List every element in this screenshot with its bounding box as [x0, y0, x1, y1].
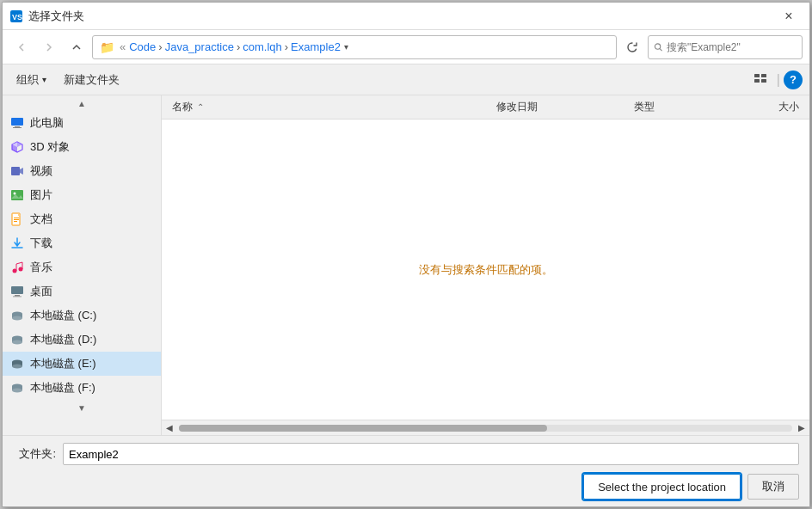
hscroll-left-button[interactable]: ◀: [162, 420, 177, 436]
computer-icon: [9, 115, 25, 131]
content-area: ▲ 此电脑 3D 对象 视频: [3, 95, 809, 435]
breadcrumb-bar: 📁 « Code › Java_practice › com.lqh › Exa…: [92, 35, 617, 59]
sidebar-item-video[interactable]: 视频: [3, 159, 161, 183]
breadcrumb-java[interactable]: Java_practice: [165, 40, 234, 53]
sidebar: ▲ 此电脑 3D 对象 视频: [3, 95, 162, 435]
e-drive-icon: [9, 356, 25, 371]
view-button[interactable]: [747, 69, 773, 91]
date-column-header[interactable]: 修改日期: [493, 100, 631, 114]
search-icon: [654, 42, 663, 52]
sidebar-item-3d[interactable]: 3D 对象: [3, 135, 161, 159]
svg-line-3: [660, 48, 662, 51]
name-column-header[interactable]: 名称 ⌃: [169, 100, 493, 114]
pictures-icon: [9, 187, 25, 203]
button-row: Select the project location 取消: [13, 474, 799, 500]
music-icon: [9, 260, 25, 275]
svg-point-41: [12, 389, 22, 393]
svg-rect-28: [15, 295, 20, 297]
sidebar-scroll-up[interactable]: ▲: [3, 95, 161, 111]
sidebar-item-computer[interactable]: 此电脑: [3, 111, 161, 135]
svg-rect-17: [11, 190, 23, 200]
sidebar-item-desktop[interactable]: 桌面: [3, 279, 161, 304]
documents-icon: [9, 212, 25, 227]
cancel-button[interactable]: 取消: [747, 474, 799, 500]
d-drive-icon: [9, 332, 25, 347]
sidebar-item-documents[interactable]: 文档: [3, 207, 161, 231]
file-header: 名称 ⌃ 修改日期 类型 大小: [162, 95, 809, 120]
file-list: 没有与搜索条件匹配的项。: [162, 120, 809, 420]
select-project-location-button[interactable]: Select the project location: [583, 474, 741, 500]
organize-dropdown-icon: ▾: [42, 75, 46, 84]
title-icon: VS: [9, 9, 23, 23]
file-area: 名称 ⌃ 修改日期 类型 大小 没有与搜索条件匹配的项。 ◀ ▶: [162, 95, 809, 435]
svg-rect-10: [13, 127, 22, 128]
horizontal-scrollbar[interactable]: ◀ ▶: [162, 420, 809, 435]
sidebar-item-c-drive[interactable]: 本地磁盘 (C:): [3, 304, 161, 328]
svg-point-35: [12, 340, 22, 345]
hscroll-thumb[interactable]: [179, 425, 547, 432]
sidebar-scroll-down[interactable]: ▼: [3, 400, 161, 415]
sidebar-item-downloads[interactable]: 下载: [3, 231, 161, 255]
c-drive-icon: [9, 308, 25, 323]
new-folder-button[interactable]: 新建文件夹: [57, 69, 126, 91]
search-box: [648, 35, 803, 59]
hscroll-track[interactable]: [179, 425, 792, 432]
size-column-header[interactable]: 大小: [734, 100, 803, 114]
desktop-icon: [9, 284, 25, 299]
sidebar-item-f-drive[interactable]: 本地磁盘 (F:): [3, 376, 161, 400]
sidebar-item-pictures[interactable]: 图片: [3, 183, 161, 207]
breadcrumb-comlqh[interactable]: com.lqh: [243, 40, 282, 53]
sidebar-item-d-drive[interactable]: 本地磁盘 (D:): [3, 328, 161, 352]
svg-rect-21: [14, 218, 19, 218]
svg-text:VS: VS: [12, 13, 22, 21]
folder-input[interactable]: [63, 443, 799, 465]
type-column-header[interactable]: 类型: [631, 100, 734, 114]
svg-rect-22: [14, 219, 19, 220]
back-button[interactable]: [9, 35, 34, 59]
dialog: VS 选择文件夹 × 📁 « Code › Java_practice › co…: [2, 2, 810, 507]
3d-icon: [9, 139, 25, 155]
svg-rect-15: [11, 167, 20, 175]
forward-button[interactable]: [37, 35, 61, 59]
svg-point-32: [12, 316, 22, 321]
view-icon: [754, 73, 767, 87]
svg-rect-23: [14, 221, 17, 222]
refresh-button[interactable]: [620, 35, 644, 59]
up-button[interactable]: [65, 35, 89, 59]
title-bar-text: 选择文件夹: [28, 9, 775, 24]
sort-indicator: ⌃: [197, 102, 204, 112]
breadcrumb-example2[interactable]: Example2: [291, 40, 341, 53]
toolbar: 组织 ▾ 新建文件夹 | ?: [3, 64, 809, 95]
svg-rect-8: [11, 118, 23, 126]
svg-rect-6: [754, 79, 760, 83]
close-button[interactable]: ×: [775, 3, 803, 30]
svg-point-38: [12, 365, 22, 369]
svg-rect-4: [754, 74, 760, 77]
video-icon: [9, 163, 25, 179]
search-input[interactable]: [667, 41, 797, 53]
sidebar-item-e-drive[interactable]: 本地磁盘 (E:): [3, 352, 161, 376]
breadcrumb-folder-icon: 📁: [100, 40, 114, 54]
nav-bar: 📁 « Code › Java_practice › com.lqh › Exa…: [3, 30, 809, 64]
sidebar-item-music[interactable]: 音乐: [3, 255, 161, 279]
organize-button[interactable]: 组织 ▾: [9, 69, 53, 91]
f-drive-icon: [9, 380, 25, 396]
svg-marker-16: [20, 168, 23, 175]
folder-row: 文件夹:: [13, 443, 799, 465]
title-bar: VS 选择文件夹 ×: [3, 3, 809, 30]
svg-rect-5: [761, 74, 766, 77]
empty-message: 没有与搜索条件匹配的项。: [419, 262, 553, 278]
svg-rect-29: [13, 297, 22, 297]
breadcrumb-code[interactable]: Code: [129, 40, 156, 53]
hscroll-right-button[interactable]: ▶: [794, 420, 809, 436]
svg-rect-27: [11, 286, 23, 294]
bottom-area: 文件夹: Select the project location 取消: [3, 435, 809, 506]
folder-label: 文件夹:: [13, 446, 56, 462]
breadcrumb-dropdown-btn[interactable]: ▾: [344, 42, 348, 52]
svg-rect-7: [761, 79, 766, 83]
svg-point-2: [655, 43, 660, 48]
help-button[interactable]: ?: [784, 71, 803, 89]
downloads-icon: [9, 236, 25, 251]
